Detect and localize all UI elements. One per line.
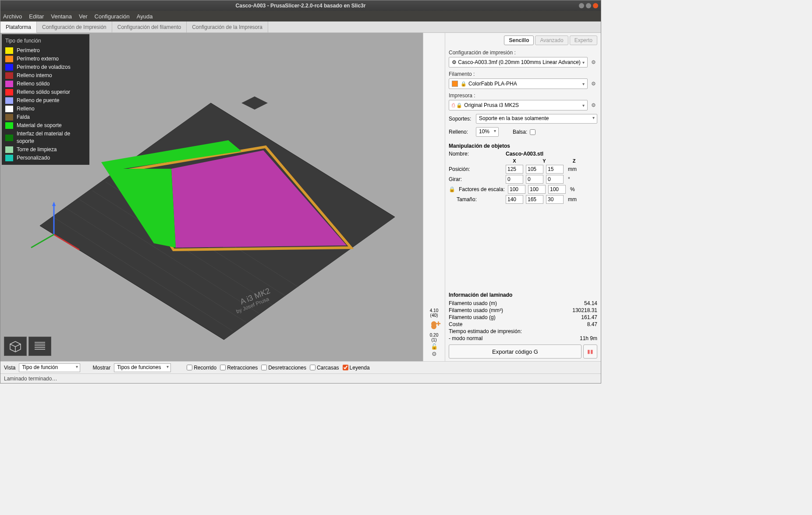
infill-dropdown[interactable]: 10% — [476, 127, 499, 137]
tab-print-settings[interactable]: Configuración de Impresión — [37, 21, 112, 32]
slider-gear-icon[interactable]: ⚙ — [430, 350, 438, 358]
print-settings-label: Configuración de impresión : — [449, 50, 597, 56]
filament-color-icon — [452, 81, 458, 87]
gear-icon: ⚙ — [452, 59, 457, 65]
layer-slider-column: 4.10(40) ✚ 0.20(1) 🔓 ⚙ — [423, 33, 445, 361]
tab-plataforma[interactable]: Plataforma — [0, 21, 37, 33]
rotate-z[interactable] — [546, 175, 564, 184]
slider-top-label: 4.10(40) — [430, 308, 438, 318]
object-manipulation: Manipulación de objetos Nombre: Casco-A0… — [449, 143, 597, 205]
position-y[interactable] — [526, 165, 543, 174]
right-panel: Sencillo Avanzado Experto Configuración … — [445, 33, 601, 361]
window-controls — [579, 3, 598, 8]
menu-editar[interactable]: Editar — [29, 13, 44, 20]
slice-info-title: Información del laminado — [449, 292, 597, 298]
mode-experto[interactable]: Experto — [570, 36, 597, 45]
mode-tabs: Sencillo Avanzado Experto — [449, 36, 597, 45]
cb-desretracciones[interactable]: Desretracciones — [261, 365, 306, 371]
status-bar: Laminado terminado… — [0, 373, 601, 383]
legend-item: Relleno interno — [2, 71, 89, 80]
3d-viewport[interactable]: Tipo de función Perímetro Perímetro exte… — [0, 33, 423, 361]
minimize-button[interactable] — [579, 3, 584, 8]
printer-gear[interactable]: ⚙ — [589, 101, 597, 109]
supports-dropdown[interactable]: Soporte en la base solamente — [476, 114, 597, 124]
menu-archivo[interactable]: Archivo — [3, 13, 22, 20]
mostrar-label: Mostrar — [92, 365, 110, 371]
titlebar: Casco-A003 - PrusaSlicer-2.2.0-rc4 basad… — [0, 0, 601, 11]
cb-leyenda[interactable]: Leyenda — [343, 365, 370, 371]
size-label: Tamaño: — [457, 196, 506, 202]
scale-x[interactable] — [508, 185, 525, 194]
export-gcode-button[interactable]: Exportar código G — [449, 345, 582, 359]
lock-icon: 🔒 — [461, 81, 467, 87]
export-side-button[interactable]: ▮▮ — [583, 345, 597, 359]
view-mode-buttons — [4, 337, 51, 356]
window-title: Casco-A003 - PrusaSlicer-2.2.0-rc4 basad… — [236, 3, 366, 9]
layer-slider[interactable]: ✚ — [433, 321, 435, 329]
status-text: Laminado terminado… — [4, 376, 57, 382]
mode-avanzado[interactable]: Avanzado — [535, 36, 568, 45]
export-icon: ▮▮ — [587, 348, 593, 355]
menu-ayuda[interactable]: Ayuda — [137, 13, 153, 20]
mostrar-dropdown[interactable]: Tipos de funciones — [114, 363, 171, 372]
tab-filament-settings[interactable]: Configuración del filamento — [112, 21, 187, 32]
main-area: Tipo de función Perímetro Perímetro exte… — [0, 33, 601, 361]
xyz-header: XYZ — [506, 158, 597, 163]
object-manipulation-title: Manipulación de objetos — [449, 143, 597, 149]
legend-item: Relleno sólido — [2, 80, 89, 88]
legend-title: Tipo de función — [2, 37, 89, 46]
mode-sencillo[interactable]: Sencillo — [504, 36, 534, 45]
tab-printer-settings[interactable]: Configuración de la Impresora — [187, 21, 268, 32]
svg-line-16 — [31, 234, 54, 248]
rotate-y[interactable] — [526, 175, 543, 184]
menu-ventana[interactable]: Ventana — [51, 13, 72, 20]
svg-marker-1 — [241, 96, 268, 110]
infill-label: Relleno: — [449, 129, 473, 135]
view-3d-button[interactable] — [4, 337, 27, 356]
filament-dropdown[interactable]: 🔒 ColorFabb PLA-PHA — [449, 78, 588, 89]
scale-z[interactable] — [548, 185, 566, 194]
scale-label: Factores de escala: — [459, 186, 508, 192]
vista-label: Vista — [4, 365, 15, 371]
filament-gear[interactable]: ⚙ — [589, 80, 597, 88]
svg-marker-14 — [52, 202, 56, 206]
printer-label: Impresora : — [449, 92, 597, 99]
raft-label: Balsa: — [513, 129, 527, 135]
bottom-toolbar: Vista Tipo de función Mostrar Tipos de f… — [0, 361, 601, 373]
object-name: Casco-A003.stl — [506, 151, 543, 157]
slider-lock-icon[interactable]: 🔓 — [431, 343, 438, 350]
legend-item: Perímetro externo — [2, 55, 89, 63]
scale-lock-icon[interactable]: 🔒 — [449, 186, 455, 192]
menu-ver[interactable]: Ver — [79, 13, 88, 20]
print-settings-dropdown[interactable]: ⚙ Casco-A003.3mf (0.20mm 100mms Linear A… — [449, 57, 588, 67]
legend-item: Perímetro — [2, 46, 89, 55]
lock-icon: 🔒 — [456, 103, 462, 108]
position-z[interactable] — [546, 165, 564, 174]
supports-label: Soportes: — [449, 116, 473, 122]
main-tabs: Plataforma Configuración de Impresión Co… — [0, 21, 601, 33]
rotate-x[interactable] — [506, 175, 523, 184]
view-layers-button[interactable] — [28, 337, 51, 356]
rotate-label: Girar: — [449, 176, 506, 182]
cb-retracciones[interactable]: Retracciones — [220, 365, 258, 371]
filament-label: Filamento : — [449, 71, 597, 77]
raft-checkbox[interactable] — [530, 129, 535, 135]
size-y[interactable] — [526, 195, 543, 204]
scale-y[interactable] — [528, 185, 546, 194]
size-x[interactable] — [506, 195, 523, 204]
print-settings-gear[interactable]: ⚙ — [589, 58, 597, 66]
menu-configuracion[interactable]: Configuración — [95, 13, 130, 20]
cb-carcasas[interactable]: Carcasas — [310, 365, 339, 371]
menubar: Archivo Editar Ventana Ver Configuración… — [0, 11, 601, 21]
maximize-button[interactable] — [586, 3, 591, 8]
printer-dropdown[interactable]: ⎙ 🔒 Original Prusa i3 MK2S — [449, 100, 588, 110]
cb-recorrido[interactable]: Recorrido — [187, 365, 216, 371]
slider-bottom-label: 0.20(1) — [430, 333, 438, 342]
position-x[interactable] — [506, 165, 523, 174]
close-button[interactable] — [593, 3, 598, 8]
position-label: Posición: — [449, 166, 506, 172]
slice-info: Información del laminado Filamento usado… — [449, 292, 597, 342]
printer-icon: ⎙ — [452, 102, 455, 108]
vista-dropdown[interactable]: Tipo de función — [19, 363, 80, 372]
size-z[interactable] — [546, 195, 564, 204]
